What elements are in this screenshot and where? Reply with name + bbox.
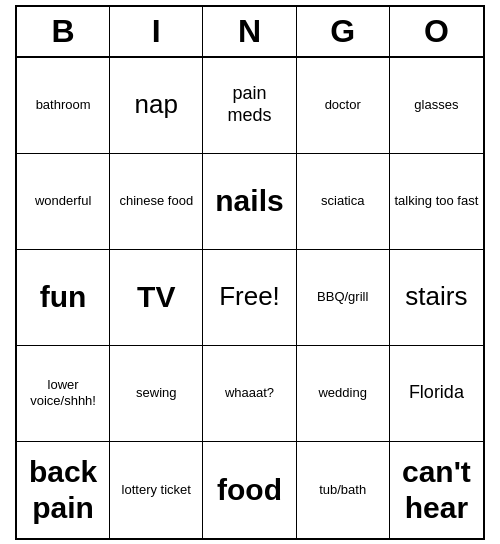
cell-text: chinese food bbox=[119, 193, 193, 209]
cell-text: TV bbox=[137, 279, 175, 315]
bingo-cell[interactable]: talking too fast bbox=[390, 154, 483, 250]
cell-text: Florida bbox=[409, 382, 464, 404]
bingo-cell[interactable]: Free! bbox=[203, 250, 296, 346]
cell-text: lower voice/shhh! bbox=[21, 377, 105, 408]
bingo-cell[interactable]: nails bbox=[203, 154, 296, 250]
bingo-header: BINGO bbox=[17, 7, 483, 58]
cell-text: lottery ticket bbox=[122, 482, 191, 498]
cell-text: nails bbox=[215, 183, 283, 219]
cell-text: Free! bbox=[219, 281, 280, 312]
cell-text: sewing bbox=[136, 385, 176, 401]
bingo-cell[interactable]: sciatica bbox=[297, 154, 390, 250]
bingo-cell[interactable]: BBQ/grill bbox=[297, 250, 390, 346]
bingo-cell[interactable]: chinese food bbox=[110, 154, 203, 250]
cell-text: wonderful bbox=[35, 193, 91, 209]
cell-text: back pain bbox=[21, 454, 105, 526]
bingo-cell[interactable]: nap bbox=[110, 58, 203, 154]
bingo-cell[interactable]: lottery ticket bbox=[110, 442, 203, 538]
bingo-cell[interactable]: whaaat? bbox=[203, 346, 296, 442]
bingo-cell[interactable]: can't hear bbox=[390, 442, 483, 538]
bingo-cell[interactable]: food bbox=[203, 442, 296, 538]
bingo-cell[interactable]: stairs bbox=[390, 250, 483, 346]
cell-text: stairs bbox=[405, 281, 467, 312]
header-letter: G bbox=[297, 7, 390, 56]
cell-text: whaaat? bbox=[225, 385, 274, 401]
bingo-cell[interactable]: Florida bbox=[390, 346, 483, 442]
cell-text: sciatica bbox=[321, 193, 364, 209]
cell-text: can't hear bbox=[394, 454, 479, 526]
bingo-cell[interactable]: pain meds bbox=[203, 58, 296, 154]
header-letter: N bbox=[203, 7, 296, 56]
bingo-cell[interactable]: bathroom bbox=[17, 58, 110, 154]
cell-text: pain meds bbox=[227, 83, 271, 126]
bingo-cell[interactable]: wedding bbox=[297, 346, 390, 442]
header-letter: B bbox=[17, 7, 110, 56]
bingo-cell[interactable]: wonderful bbox=[17, 154, 110, 250]
cell-text: talking too fast bbox=[394, 193, 478, 209]
header-letter: I bbox=[110, 7, 203, 56]
cell-text: food bbox=[217, 472, 282, 508]
bingo-grid: bathroomnappain medsdoctorglasseswonderf… bbox=[17, 58, 483, 538]
cell-text: nap bbox=[135, 89, 178, 120]
cell-text: bathroom bbox=[36, 97, 91, 113]
bingo-cell[interactable]: lower voice/shhh! bbox=[17, 346, 110, 442]
bingo-cell[interactable]: doctor bbox=[297, 58, 390, 154]
cell-text: tub/bath bbox=[319, 482, 366, 498]
cell-text: glasses bbox=[414, 97, 458, 113]
cell-text: fun bbox=[40, 279, 87, 315]
cell-text: wedding bbox=[318, 385, 366, 401]
bingo-cell[interactable]: fun bbox=[17, 250, 110, 346]
bingo-cell[interactable]: back pain bbox=[17, 442, 110, 538]
bingo-cell[interactable]: sewing bbox=[110, 346, 203, 442]
cell-text: doctor bbox=[325, 97, 361, 113]
bingo-card: BINGO bathroomnappain medsdoctorglassesw… bbox=[15, 5, 485, 540]
cell-text: BBQ/grill bbox=[317, 289, 368, 305]
bingo-cell[interactable]: TV bbox=[110, 250, 203, 346]
header-letter: O bbox=[390, 7, 483, 56]
bingo-cell[interactable]: glasses bbox=[390, 58, 483, 154]
bingo-cell[interactable]: tub/bath bbox=[297, 442, 390, 538]
